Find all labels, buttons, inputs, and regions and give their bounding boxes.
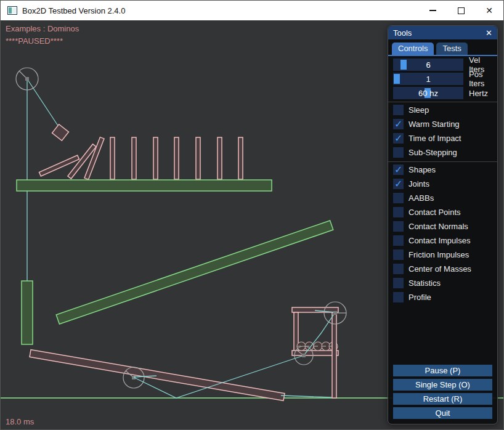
green-post xyxy=(22,281,33,344)
checkbox-row-center-of-masses[interactable]: Center of Masses xyxy=(393,264,492,274)
panel-close-icon[interactable]: ✕ xyxy=(486,29,492,37)
standing-domino[interactable] xyxy=(196,137,200,179)
checkbox-label: Friction Impulses xyxy=(408,250,469,259)
tools-panel-header[interactable]: Tools ✕ xyxy=(388,26,497,39)
minimize-icon xyxy=(429,10,436,11)
checkbox-label: Shapes xyxy=(408,165,436,174)
separator xyxy=(388,102,497,102)
checkbox-sleep[interactable] xyxy=(393,105,404,115)
checkbox-shapes[interactable] xyxy=(393,164,404,175)
close-icon: ✕ xyxy=(486,6,493,15)
checkbox-row-profile[interactable]: Profile xyxy=(393,292,492,302)
checkbox-aabbs[interactable] xyxy=(393,193,404,203)
panel-buttons: Pause (P)Single Step (O)Restart (R)Quit xyxy=(388,363,497,424)
checkbox-center-of-masses[interactable] xyxy=(393,264,404,274)
standing-domino[interactable] xyxy=(132,137,136,179)
checkbox-label: Center of Masses xyxy=(408,264,471,274)
paused-label: ****PAUSED**** xyxy=(6,36,63,46)
standing-domino[interactable] xyxy=(217,137,222,179)
checkbox-row-shapes[interactable]: Shapes xyxy=(393,164,492,175)
slider-value: 1 xyxy=(393,73,463,85)
checkbox-label: Contact Points xyxy=(408,208,461,217)
checkbox-row-sub-stepping[interactable]: Sub-Stepping xyxy=(393,147,492,158)
maximize-button[interactable] xyxy=(447,1,475,20)
checkbox-friction-impulses[interactable] xyxy=(393,249,404,260)
single-step-o-button[interactable]: Single Step (O) xyxy=(393,379,492,391)
slider-row-vel-iters: 6 Vel Iters xyxy=(393,59,492,71)
app-window: Box2D Testbed Version 2.4.0 ✕ xyxy=(0,0,504,430)
checkbox-label: Statistics xyxy=(408,278,441,288)
app-icon xyxy=(7,6,17,15)
checkbox-label: Sub-Stepping xyxy=(408,148,457,157)
stand-right-post[interactable] xyxy=(332,312,336,398)
checkbox-statistics[interactable] xyxy=(393,278,404,288)
checkbox-row-friction-impulses[interactable]: Friction Impulses xyxy=(393,249,492,260)
checkbox-label: Profile xyxy=(408,293,431,302)
slider-row-hertz: 60 hz Hertz xyxy=(393,87,492,99)
checkbox-warm-starting[interactable] xyxy=(393,119,404,129)
window-controls: ✕ xyxy=(418,1,503,20)
checkbox-joints[interactable] xyxy=(393,179,404,189)
standing-domino[interactable] xyxy=(153,137,158,179)
frame-time-label: 18.0 ms xyxy=(6,417,34,426)
tab-controls[interactable]: Controls xyxy=(392,43,434,55)
example-label: Examples : Dominos xyxy=(6,24,79,33)
slider-row-pos-iters: 1 Pos Iters xyxy=(393,73,492,85)
joint-line-diagonal xyxy=(27,79,62,131)
checkbox-contact-normals[interactable] xyxy=(393,221,404,232)
checkbox-row-contact-impulses[interactable]: Contact Impulses xyxy=(393,235,492,246)
tools-panel-title: Tools xyxy=(393,28,412,38)
slider-label: Hertz xyxy=(469,89,488,98)
joint-anchor-square xyxy=(302,354,306,357)
checkbox-row-sleep[interactable]: Sleep xyxy=(393,105,492,115)
joint-anchor-square xyxy=(25,77,29,81)
standing-domino[interactable] xyxy=(174,137,179,179)
checkbox-profile[interactable] xyxy=(393,292,404,302)
panel-sliders: 6 Vel Iters 1 Pos Iters 60 hz Hertz xyxy=(393,59,492,99)
checkbox-label: Joints xyxy=(408,179,429,189)
checkbox-contact-points[interactable] xyxy=(393,207,404,217)
checkbox-contact-impulses[interactable] xyxy=(393,235,404,246)
checkbox-label: Sleep xyxy=(408,105,429,115)
hanging-box[interactable] xyxy=(52,124,69,140)
close-button[interactable]: ✕ xyxy=(475,1,503,20)
checkbox-row-warm-starting[interactable]: Warm Starting xyxy=(393,119,492,129)
standing-domino[interactable] xyxy=(238,137,243,179)
minimize-button[interactable] xyxy=(418,1,447,20)
title-bar[interactable]: Box2D Testbed Version 2.4.0 ✕ xyxy=(1,1,503,20)
checkbox-row-aabbs[interactable]: AABBs xyxy=(393,193,492,203)
pause-p-button[interactable]: Pause (P) xyxy=(393,365,492,376)
checkbox-row-time-of-impact[interactable]: Time of Impact xyxy=(393,133,492,144)
checkbox-time-of-impact[interactable] xyxy=(393,133,404,144)
checkbox-row-statistics[interactable]: Statistics xyxy=(393,278,492,288)
checkbox-label: AABBs xyxy=(408,193,434,203)
tools-panel: Tools ✕ ControlsTests 6 Vel Iters 1 Pos … xyxy=(388,25,498,424)
platform-shelf xyxy=(17,180,272,191)
checkbox-label: Contact Normals xyxy=(408,222,468,231)
quit-button[interactable]: Quit xyxy=(393,407,492,419)
restart-r-button[interactable]: Restart (R) xyxy=(393,393,492,405)
separator xyxy=(388,161,497,162)
slider-track[interactable]: 6 xyxy=(393,59,463,71)
tab-tests[interactable]: Tests xyxy=(436,43,467,55)
checkbox-label: Warm Starting xyxy=(408,120,460,129)
slider-label: Pos Iters xyxy=(469,70,492,88)
standing-domino[interactable] xyxy=(110,137,115,179)
joint-anchor-square xyxy=(333,311,337,315)
panel-content: 6 Vel Iters 1 Pos Iters 60 hz Hertz Slee… xyxy=(388,56,497,363)
maximize-icon xyxy=(458,7,465,14)
panel-tabs: ControlsTests xyxy=(388,39,497,56)
window-title: Box2D Testbed Version 2.4.0 xyxy=(22,6,125,15)
seesaw-plank[interactable] xyxy=(30,350,285,401)
slider-value: 60 hz xyxy=(393,87,463,99)
checkbox-row-contact-normals[interactable]: Contact Normals xyxy=(393,221,492,232)
stand-shelf[interactable] xyxy=(292,351,338,355)
simulation-viewport[interactable]: Examples : Dominos ****PAUSED**** 18.0 m… xyxy=(1,20,503,429)
checkbox-sub-stepping[interactable] xyxy=(393,147,404,158)
panel-checkbox-groups: Sleep Warm Starting Time of Impact Sub-S… xyxy=(393,105,492,302)
slider-track[interactable]: 60 hz xyxy=(393,87,463,99)
checkbox-row-joints[interactable]: Joints xyxy=(393,179,492,189)
checkbox-row-contact-points[interactable]: Contact Points xyxy=(393,207,492,217)
slider-value: 6 xyxy=(393,59,463,71)
slider-track[interactable]: 1 xyxy=(393,73,463,85)
